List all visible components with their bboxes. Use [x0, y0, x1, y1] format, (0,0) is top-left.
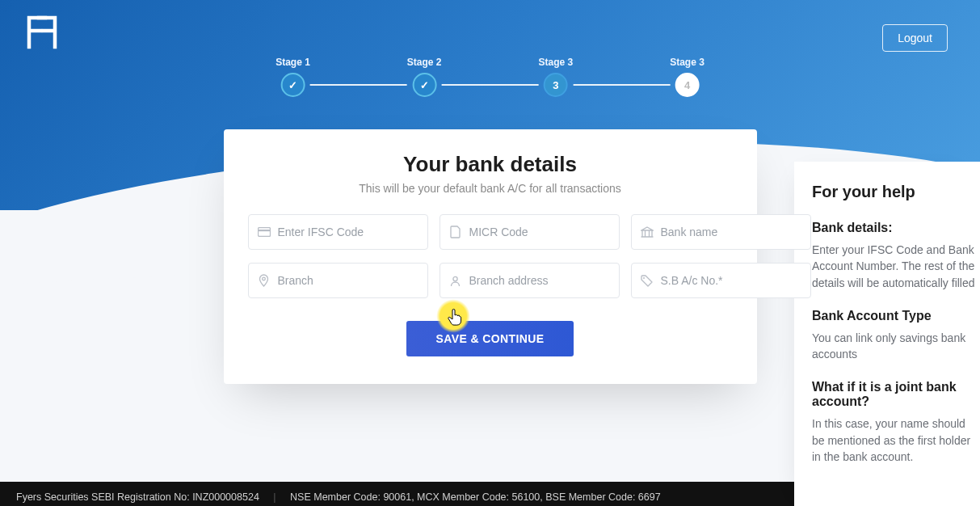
step-label: Stage 2 — [407, 57, 442, 68]
stepper: Stage 1 ✓ Stage 2 ✓ Stage 3 3 Stage 3 4 — [275, 57, 705, 97]
bank-details-card: Your bank details This will be your defa… — [224, 129, 757, 384]
step-connector — [442, 84, 539, 86]
help-body: In this case, your name should be mentio… — [812, 415, 980, 465]
step-circle: ✓ — [280, 73, 305, 97]
help-section-bank-details: Bank details: Enter your IFSC Code and B… — [812, 221, 980, 291]
ifsc-input[interactable] — [271, 226, 419, 238]
step-label: Stage 3 — [670, 57, 705, 68]
micr-input[interactable] — [463, 226, 611, 238]
step-1: Stage 1 ✓ — [275, 57, 310, 97]
step-2: Stage 2 ✓ — [407, 57, 442, 97]
step-label: Stage 1 — [275, 57, 310, 68]
help-body: You can link only savings bank accounts — [812, 330, 980, 363]
branch-input[interactable] — [271, 274, 419, 287]
svg-point-3 — [453, 276, 457, 280]
logo-icon — [24, 15, 60, 50]
ifsc-field-wrapper[interactable] — [248, 214, 428, 250]
logo — [24, 15, 60, 53]
svg-point-2 — [263, 277, 266, 280]
pin-icon — [257, 274, 271, 287]
footer-nse: NSE Member Code: 90061 — [290, 491, 411, 503]
help-section-joint-account: What if it is a joint bank account? In t… — [812, 380, 980, 465]
footer-bse: BSE Member Code: 6697 — [545, 491, 660, 503]
fields-grid — [248, 214, 733, 298]
svg-rect-1 — [258, 230, 270, 231]
card-title: Your bank details — [248, 152, 733, 177]
save-continue-button[interactable]: SAVE & CONTINUE — [406, 321, 573, 356]
step-circle: 4 — [675, 73, 700, 97]
document-icon — [448, 226, 463, 238]
help-heading: What if it is a joint bank account? — [812, 380, 980, 409]
address-icon — [448, 275, 463, 287]
micr-field-wrapper[interactable] — [440, 214, 620, 250]
step-circle: ✓ — [412, 73, 436, 97]
tag-icon — [640, 275, 654, 287]
step-circle: 3 — [544, 73, 568, 97]
branch-field-wrapper[interactable] — [248, 263, 428, 298]
footer-mcx: MCX Member Code: 56100 — [417, 491, 540, 503]
step-4: Stage 3 4 — [670, 57, 705, 97]
svg-rect-0 — [258, 228, 270, 237]
account-field-wrapper[interactable] — [631, 263, 811, 298]
branch-address-input[interactable] — [463, 274, 611, 287]
step-connector — [573, 84, 670, 86]
help-heading: Bank Account Type — [812, 309, 980, 323]
bank-icon — [640, 226, 654, 238]
help-section-account-type: Bank Account Type You can link only savi… — [812, 309, 980, 363]
account-number-input[interactable] — [654, 274, 802, 287]
logout-button[interactable]: Logout — [882, 24, 948, 52]
step-3: Stage 3 3 — [539, 57, 574, 97]
help-body: Enter your IFSC Code and Bank Account Nu… — [812, 242, 980, 291]
card-subtitle: This will be your default bank A/C for a… — [248, 182, 733, 195]
branch-address-field-wrapper[interactable] — [440, 263, 620, 298]
step-label: Stage 3 — [539, 57, 574, 68]
bank-name-input[interactable] — [654, 226, 802, 238]
card-icon — [257, 227, 271, 237]
step-connector — [310, 84, 407, 86]
help-title: For your help — [812, 183, 980, 201]
help-heading: Bank details: — [812, 221, 980, 235]
help-panel: For your help Bank details: Enter your I… — [794, 162, 980, 506]
footer-registration: Fyers Securities SEBI Registration No: I… — [16, 491, 259, 503]
svg-point-4 — [643, 277, 645, 279]
bank-field-wrapper[interactable] — [631, 214, 811, 250]
footer-separator: | — [273, 491, 275, 503]
